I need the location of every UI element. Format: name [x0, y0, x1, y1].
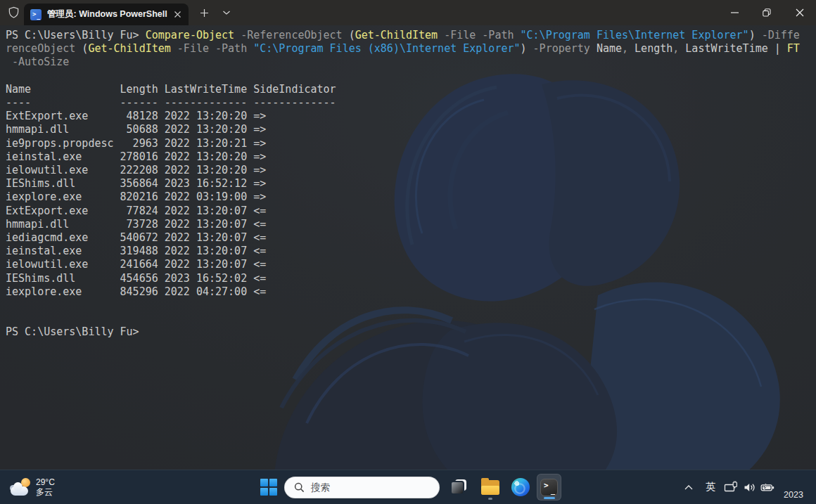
search-placeholder: 搜索 [311, 482, 398, 494]
active-indicator [544, 497, 555, 499]
file-explorer-button[interactable] [478, 474, 502, 500]
edge-icon [511, 478, 530, 496]
close-button[interactable] [783, 0, 816, 25]
restore-button[interactable] [751, 0, 783, 25]
folder-icon [481, 480, 499, 495]
battery-charging-icon [760, 481, 775, 494]
tab-close-icon[interactable] [170, 8, 184, 22]
tab-title: 管理员: Windows PowerShell [47, 8, 170, 20]
powershell-icon: > _ [30, 9, 42, 20]
tab-dropdown-button[interactable] [218, 5, 235, 20]
terminal-viewport[interactable]: PS C:\Users\Billy Fu> Compare-Object -Re… [0, 25, 816, 470]
edge-button[interactable] [508, 474, 533, 500]
minimize-button[interactable] [718, 0, 751, 25]
ethernet-icon [724, 481, 739, 494]
new-tab-button[interactable] [196, 5, 212, 20]
search-icon [294, 482, 305, 493]
titlebar: > _ 管理员: Windows PowerShell [0, 0, 816, 25]
network-button[interactable] [722, 474, 740, 500]
weather-partly-cloudy-icon [10, 478, 31, 496]
terminal-output: PS C:\Users\Billy Fu> Compare-Object -Re… [6, 29, 800, 340]
search-box[interactable]: 搜索 [284, 477, 440, 498]
tray-show-hidden-icons-button[interactable] [679, 474, 699, 500]
task-view-button[interactable] [446, 474, 471, 500]
tab-powershell[interactable]: > _ 管理员: Windows PowerShell [24, 4, 189, 25]
clock[interactable]: 2023 [775, 470, 812, 504]
screen: PS C:\Users\Billy Fu> Compare-Object -Re… [0, 0, 816, 504]
weather-condition: 多云 [36, 487, 55, 497]
windows-logo-icon [260, 479, 277, 496]
admin-shield-icon [6, 6, 20, 20]
ime-indicator[interactable]: 英 [701, 474, 720, 500]
battery-button[interactable] [758, 474, 777, 500]
chevron-up-icon [684, 484, 694, 491]
speaker-icon [743, 482, 756, 493]
task-view-icon [450, 479, 467, 496]
taskbar: 29°C 多云 搜索 > _ [0, 470, 816, 504]
search-highlight-image [398, 477, 439, 498]
running-indicator [488, 498, 492, 500]
start-button[interactable] [255, 473, 282, 501]
terminal-button[interactable]: > _ [537, 474, 561, 500]
clock-year: 2023 [784, 490, 803, 500]
widgets-weather-button[interactable]: 29°C 多云 [7, 470, 58, 504]
weather-temperature: 29°C [36, 477, 55, 487]
terminal-icon: > _ [540, 479, 558, 496]
volume-button[interactable] [740, 474, 758, 500]
